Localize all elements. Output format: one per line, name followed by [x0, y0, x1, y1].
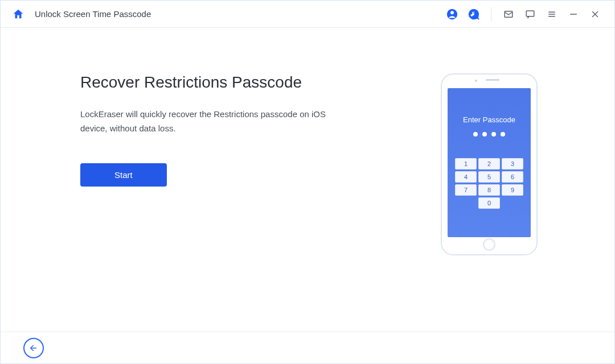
mail-icon[interactable]	[501, 6, 516, 22]
passcode-dot	[482, 132, 487, 136]
menu-icon[interactable]	[544, 6, 560, 22]
home-icon[interactable]	[12, 8, 24, 20]
keypad-key: 1	[455, 158, 477, 169]
account-icon[interactable]	[444, 6, 460, 22]
keypad-key: 4	[455, 171, 477, 183]
phone-camera-dot	[475, 80, 477, 82]
phone-screen: Enter Passcode 1 2 3 4 5	[448, 88, 531, 237]
phone-frame: Enter Passcode 1 2 3 4 5	[441, 73, 538, 255]
phone-illustration: Enter Passcode 1 2 3 4 5	[409, 73, 569, 332]
start-button[interactable]: Start	[80, 163, 167, 187]
top-bar: Unlock Screen Time Passcode	[1, 1, 614, 28]
keypad-key: 3	[502, 158, 523, 169]
passcode-dot	[491, 132, 496, 136]
heading: Recover Restrictions Passcode	[80, 73, 409, 92]
main-content: Recover Restrictions Passcode LockEraser…	[1, 28, 614, 332]
svg-point-1	[450, 11, 454, 14]
titlebar-separator	[491, 7, 491, 21]
titlebar-right	[444, 6, 603, 22]
keypad-key: 7	[455, 184, 477, 196]
back-button[interactable]	[23, 338, 44, 358]
passcode-dot	[501, 132, 505, 136]
music-search-icon[interactable]	[466, 6, 482, 22]
keypad-key: 5	[478, 171, 500, 183]
minimize-button[interactable]	[565, 6, 581, 22]
page-title: Unlock Screen Time Passcode	[35, 9, 151, 19]
passcode-dot	[473, 132, 478, 136]
content-left: Recover Restrictions Passcode LockEraser…	[80, 73, 409, 332]
passcode-dots	[473, 132, 505, 136]
keypad-key: 9	[502, 184, 523, 196]
description: LockEraser will quickly recover the Rest…	[80, 107, 331, 136]
svg-line-4	[477, 18, 478, 19]
phone-speaker	[486, 79, 499, 81]
close-button[interactable]	[587, 6, 603, 22]
phone-home-button	[483, 238, 495, 251]
svg-rect-6	[526, 11, 534, 16]
keypad-key: 0	[478, 197, 500, 209]
feedback-icon[interactable]	[522, 6, 538, 22]
bottom-bar	[1, 332, 614, 363]
keypad-key: 6	[502, 171, 523, 183]
phone-screen-text: Enter Passcode	[463, 115, 515, 124]
keypad-key: 2	[478, 158, 500, 169]
keypad-key: 8	[478, 184, 500, 196]
keypad: 1 2 3 4 5 6 7 8 9 0	[455, 158, 523, 209]
